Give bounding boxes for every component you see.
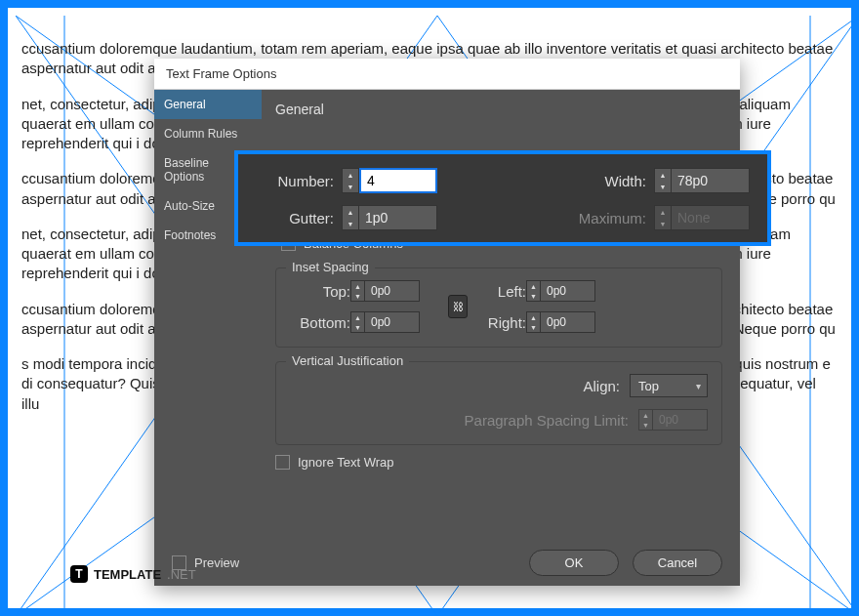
columns-gutter-input[interactable]: ▲▼ xyxy=(342,205,437,230)
ignore-text-wrap-checkbox[interactable]: Ignore Text Wrap xyxy=(275,455,394,470)
tab-general[interactable]: General xyxy=(154,90,262,119)
cancel-button[interactable]: Cancel xyxy=(633,550,722,576)
panel-heading: General xyxy=(275,102,722,117)
inset-top-input[interactable]: ▲▼ xyxy=(350,280,438,302)
checkbox-icon xyxy=(275,455,290,470)
link-icon[interactable]: ⛓ xyxy=(448,295,468,318)
align-select[interactable]: Top xyxy=(630,374,708,397)
logo-icon: T xyxy=(70,565,88,583)
columns-number-input[interactable]: ▲▼ xyxy=(342,168,437,193)
text-frame-options-dialog: Text Frame Options General Column Rules … xyxy=(154,59,740,586)
psl-input: ▲▼ xyxy=(638,409,708,431)
ok-button[interactable]: OK xyxy=(529,550,619,576)
dialog-title: Text Frame Options xyxy=(154,59,740,90)
inset-right-input[interactable]: ▲▼ xyxy=(526,311,614,333)
columns-width-input[interactable]: ▲▼ xyxy=(654,168,750,193)
left-label: Left: xyxy=(477,283,526,300)
columns-highlight-region: Number: ▲▼ Width: ▲▼ Gutter: ▲▼ Maximum:… xyxy=(234,150,771,246)
gutter-label: Gutter: xyxy=(256,210,334,226)
align-label: Align: xyxy=(583,378,620,394)
template-net-watermark: T TEMPLATE.NET xyxy=(70,565,196,583)
width-label: Width: xyxy=(578,173,646,189)
number-label: Number: xyxy=(256,173,334,189)
right-label: Right: xyxy=(477,314,526,331)
tab-column-rules[interactable]: Column Rules xyxy=(154,119,262,148)
vertical-justification-group: Vertical Justification Align: Top Paragr… xyxy=(275,361,722,445)
maximum-label: Maximum: xyxy=(558,210,646,226)
columns-maximum-input: ▲▼ xyxy=(654,205,750,230)
inset-bottom-input[interactable]: ▲▼ xyxy=(350,311,438,333)
inset-spacing-group: Inset Spacing Top: ▲▼ ⛓ Left: ▲▼ Bottom:… xyxy=(275,267,722,348)
psl-label: Paragraph Spacing Limit: xyxy=(465,412,629,429)
bottom-label: Bottom: xyxy=(290,314,350,331)
inset-left-input[interactable]: ▲▼ xyxy=(526,280,614,302)
top-label: Top: xyxy=(290,283,350,300)
